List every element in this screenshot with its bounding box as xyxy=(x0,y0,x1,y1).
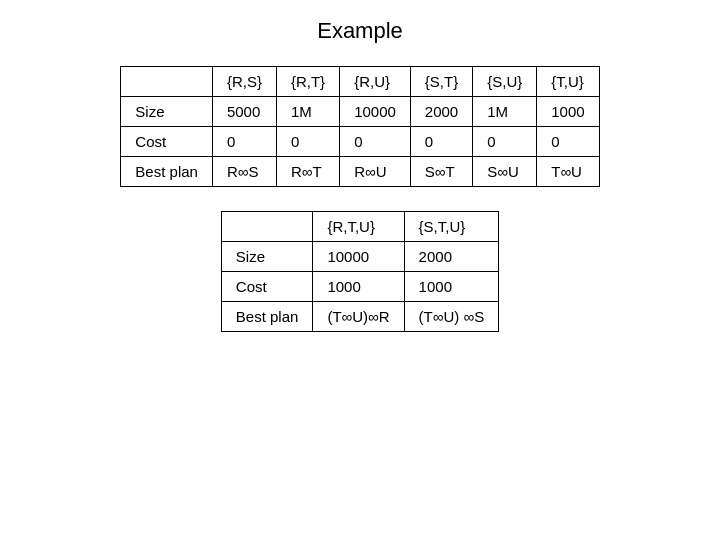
cell-value: 10000 xyxy=(313,242,404,272)
cell-value: 0 xyxy=(212,127,276,157)
top-header-cell: {R,U} xyxy=(340,67,411,97)
top-header-cell: {R,T} xyxy=(276,67,339,97)
cell-value: R∞U xyxy=(340,157,411,187)
cell-value: 1000 xyxy=(313,272,404,302)
cell-value: 0 xyxy=(410,127,472,157)
cell-value: 0 xyxy=(340,127,411,157)
bottom-table: {R,T,U}{S,T,U} Size100002000Cost10001000… xyxy=(221,211,499,332)
bottom-header-cell xyxy=(221,212,313,242)
cell-value: (T∞U) ∞S xyxy=(404,302,499,332)
top-table: {R,S}{R,T}{R,U}{S,T}{S,U}{T,U} Size50001… xyxy=(120,66,599,187)
cell-value: 1000 xyxy=(404,272,499,302)
cell-value: S∞U xyxy=(473,157,537,187)
table-row: Cost000000 xyxy=(121,127,599,157)
top-header-cell: {R,S} xyxy=(212,67,276,97)
cell-value: 2000 xyxy=(410,97,472,127)
cell-value: 0 xyxy=(537,127,599,157)
table-row: Best plan(T∞U)∞R(T∞U) ∞S xyxy=(221,302,498,332)
cell-value: 0 xyxy=(473,127,537,157)
cell-value: S∞T xyxy=(410,157,472,187)
top-header-cell: {T,U} xyxy=(537,67,599,97)
row-label: Size xyxy=(121,97,213,127)
cell-value: 1M xyxy=(473,97,537,127)
cell-value: 1000 xyxy=(537,97,599,127)
cell-value: 10000 xyxy=(340,97,411,127)
row-label: Best plan xyxy=(221,302,313,332)
table-row: Size100002000 xyxy=(221,242,498,272)
row-label: Cost xyxy=(221,272,313,302)
table-row: Size50001M1000020001M1000 xyxy=(121,97,599,127)
cell-value: 1M xyxy=(276,97,339,127)
table-row: Best planR∞SR∞TR∞US∞TS∞UT∞U xyxy=(121,157,599,187)
page-title: Example xyxy=(317,18,403,44)
cell-value: 2000 xyxy=(404,242,499,272)
cell-value: R∞T xyxy=(276,157,339,187)
row-label: Best plan xyxy=(121,157,213,187)
cell-value: 0 xyxy=(276,127,339,157)
table-row: Cost10001000 xyxy=(221,272,498,302)
bottom-header-cell: {S,T,U} xyxy=(404,212,499,242)
top-header-cell: {S,U} xyxy=(473,67,537,97)
cell-value: R∞S xyxy=(212,157,276,187)
row-label: Size xyxy=(221,242,313,272)
cell-value: 5000 xyxy=(212,97,276,127)
row-label: Cost xyxy=(121,127,213,157)
bottom-header-cell: {R,T,U} xyxy=(313,212,404,242)
cell-value: (T∞U)∞R xyxy=(313,302,404,332)
top-header-cell xyxy=(121,67,213,97)
top-header-cell: {S,T} xyxy=(410,67,472,97)
cell-value: T∞U xyxy=(537,157,599,187)
